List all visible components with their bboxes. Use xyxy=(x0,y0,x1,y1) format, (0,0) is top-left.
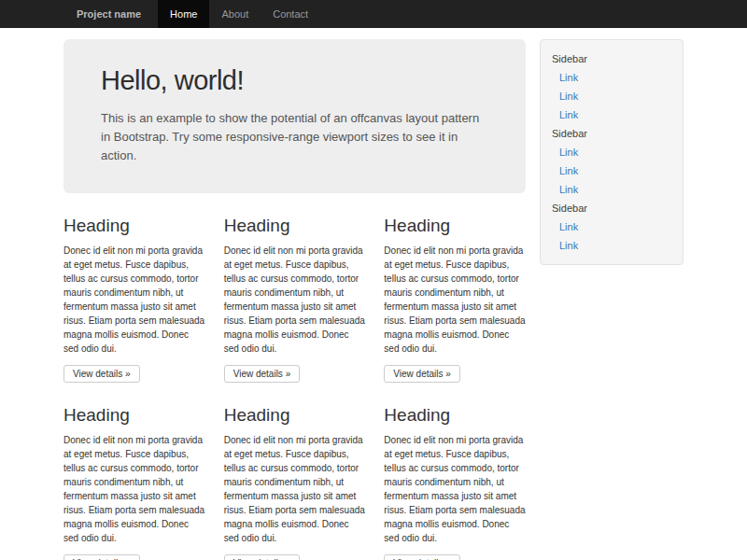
nav-item-contact[interactable]: Contact xyxy=(261,0,320,28)
sidebar-link[interactable]: Link xyxy=(541,180,683,199)
sidebar-group-header: Sidebar xyxy=(541,49,683,68)
sidebar-group-header: Sidebar xyxy=(541,199,683,217)
view-details-button[interactable]: View details » xyxy=(384,365,460,383)
sidebar-link[interactable]: Link xyxy=(541,87,683,105)
view-details-button[interactable]: View details » xyxy=(63,365,140,383)
content-row: Hello, world! This is an example to show… xyxy=(63,39,684,560)
nav-item-about[interactable]: About xyxy=(209,0,261,28)
card-heading: Heading xyxy=(224,216,366,236)
top-navbar: Project name Home About Contact xyxy=(0,0,747,28)
sidebar-link[interactable]: Link xyxy=(541,105,683,124)
card-heading: Heading xyxy=(224,405,366,426)
card-body: Donec id elit non mi porta gravida at eg… xyxy=(384,244,526,356)
sidebar-link[interactable]: Link xyxy=(541,68,683,87)
content-card: Heading Donec id elit non mi porta gravi… xyxy=(224,396,366,560)
card-body: Donec id elit non mi porta gravida at eg… xyxy=(63,244,205,356)
content-card: Heading Donec id elit non mi porta gravi… xyxy=(63,396,205,560)
sidebar-group-header: Sidebar xyxy=(541,124,683,143)
view-details-button[interactable]: View details » xyxy=(63,554,140,560)
view-details-button[interactable]: View details » xyxy=(224,365,301,383)
card-heading: Heading xyxy=(63,405,205,426)
main-column: Hello, world! This is an example to show… xyxy=(63,39,526,560)
card-heading: Heading xyxy=(384,405,526,426)
jumbotron: Hello, world! This is an example to show… xyxy=(63,39,526,193)
content-card: Heading Donec id elit non mi porta gravi… xyxy=(63,206,205,383)
card-heading: Heading xyxy=(63,216,205,236)
sidebar-link[interactable]: Link xyxy=(541,217,683,236)
view-details-button[interactable]: View details » xyxy=(224,554,301,560)
sidebar-link[interactable]: Link xyxy=(541,143,683,161)
cards-row-2: Heading Donec id elit non mi porta gravi… xyxy=(63,396,526,560)
sidebar-link[interactable]: Link xyxy=(541,236,683,255)
content-card: Heading Donec id elit non mi porta gravi… xyxy=(224,206,366,383)
navbar-container: Project name Home About Contact xyxy=(63,0,684,28)
page-title: Hello, world! xyxy=(101,65,488,96)
cards-row-1: Heading Donec id elit non mi porta gravi… xyxy=(63,206,526,383)
card-body: Donec id elit non mi porta gravida at eg… xyxy=(224,433,366,545)
sidebar-link[interactable]: Link xyxy=(541,161,683,180)
page-container: Hello, world! This is an example to show… xyxy=(63,39,684,560)
card-body: Donec id elit non mi porta gravida at eg… xyxy=(224,244,366,356)
card-heading: Heading xyxy=(384,216,526,236)
view-details-button[interactable]: View details » xyxy=(384,554,460,560)
card-body: Donec id elit non mi porta gravida at eg… xyxy=(384,433,526,545)
nav-item-home[interactable]: Home xyxy=(158,0,209,28)
jumbotron-text: This is an example to show the potential… xyxy=(101,109,488,165)
content-card: Heading Donec id elit non mi porta gravi… xyxy=(384,396,526,560)
card-body: Donec id elit non mi porta gravida at eg… xyxy=(63,433,205,545)
sidebar-well: Sidebar Link Link Link Sidebar Link Link… xyxy=(540,39,684,265)
brand-link[interactable]: Project name xyxy=(63,0,158,28)
content-card: Heading Donec id elit non mi porta gravi… xyxy=(384,206,526,383)
